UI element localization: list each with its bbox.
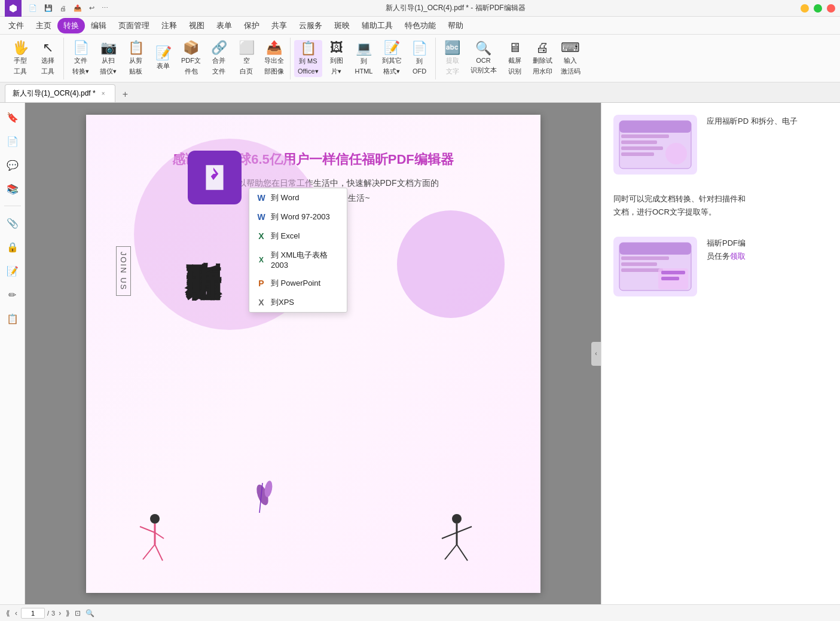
merge-btn[interactable]: 🔗 合并 文件 [206, 40, 232, 77]
hand-tool-btn[interactable]: 🖐 手型 工具 [7, 40, 33, 77]
sidebar-lock-btn[interactable]: 🔒 [3, 237, 22, 256]
menu-file[interactable]: 文件 [2, 18, 30, 33]
menu-comment[interactable]: 注释 [155, 18, 183, 33]
save-btn[interactable]: 💾 [42, 3, 55, 13]
to-html-btn[interactable]: 💻 到 HTML [351, 40, 377, 77]
first-page-btn[interactable]: ⟪ [5, 609, 11, 617]
menu-page[interactable]: 页面管理 [112, 18, 155, 33]
to-image-btn[interactable]: 🖼 到图 片▾ [323, 40, 350, 77]
decorative-circle-small [397, 210, 505, 318]
to-office-btn[interactable]: 📋 到 MS Office▾ [294, 40, 322, 77]
sidebar-layers-btn[interactable]: 📚 [3, 179, 22, 198]
to-other-btn[interactable]: 📝 到其它 格式▾ [378, 40, 405, 77]
menu-form[interactable]: 表单 [210, 18, 238, 33]
tab-label: 新人引导(1)_OCR(4).pdf * [13, 88, 96, 99]
tool-group-export: 📋 到 MS Office▾ 🖼 到图 片▾ 💻 到 HTML 📝 到其它 格式… [292, 38, 436, 79]
svg-point-0 [150, 514, 160, 524]
more-btn[interactable]: ⋯ [99, 3, 111, 13]
content-area: JOIN US 欢迎来到福昕 [25, 103, 601, 604]
svg-line-5 [155, 544, 163, 561]
to-word-item[interactable]: W 到 Word [249, 188, 347, 207]
new-tab-btn[interactable]: + [118, 87, 133, 102]
feature-text-1: 应用福昕PD 和拆分、电子 [707, 115, 798, 128]
form-btn[interactable]: 📝 表单 [150, 40, 176, 77]
feature-text-3: 福昕PDF编员任务领取 [707, 237, 746, 263]
pdf-package-btn[interactable]: 📦 PDF文 件包 [178, 40, 204, 77]
prev-page-btn[interactable]: ‹ [14, 609, 19, 617]
clipboard-btn[interactable]: 📋 从剪 贴板 [123, 40, 149, 77]
menu-help[interactable]: 帮助 [442, 18, 469, 33]
undo-btn[interactable]: ↩ [87, 3, 97, 13]
menu-share[interactable]: 共享 [265, 18, 293, 33]
blank-page-btn[interactable]: ⬜ 空 白页 [233, 40, 259, 77]
scan-icon: 📷 [100, 41, 117, 54]
menu-tool[interactable]: 辅助工具 [356, 18, 399, 33]
sidebar-divider [4, 206, 21, 206]
to-xps-item[interactable]: X 到XPS [249, 293, 347, 312]
activate-btn[interactable]: ⌨ 输入 激活码 [557, 40, 584, 77]
sidebar-bookmark-btn[interactable]: 🔖 [3, 108, 22, 127]
export-icon: 📤 [266, 41, 282, 54]
to-excel-item[interactable]: X 到 Excel [249, 227, 347, 246]
office-icon: 📋 [300, 42, 316, 55]
status-bar: ⟪ ‹ / 3 › ⟫ ⊡ 🔍 [0, 604, 840, 621]
screen-capture-btn[interactable]: 🖥 截屏 识别 [502, 40, 528, 77]
page-input[interactable] [21, 608, 45, 619]
print-btn[interactable]: 🖨 [57, 4, 69, 13]
tab-close-btn[interactable]: × [99, 90, 108, 98]
extract-icon: 🔤 [444, 41, 460, 54]
ocr-recognize-btn[interactable]: 🔍 OCR 识别文本 [467, 40, 500, 77]
maximize-btn[interactable] [814, 4, 822, 13]
image-icon: 🖼 [330, 41, 343, 54]
remove-watermark-btn[interactable]: 🖨 删除试 用水印 [529, 40, 556, 77]
menu-view[interactable]: 视图 [183, 18, 210, 33]
close-btn[interactable] [827, 4, 835, 13]
to-xml-item[interactable]: X 到 XML电子表格2003 [249, 246, 347, 274]
sidebar-pages-btn[interactable]: 📄 [3, 131, 22, 151]
feature-illustration-3 [613, 237, 697, 296]
watermark-icon: 🖨 [536, 41, 549, 54]
menu-convert[interactable]: 转换 [57, 18, 85, 33]
svg-rect-26 [621, 268, 663, 272]
to-ppt-item[interactable]: P 到 PowerPoint [249, 274, 347, 293]
title-bar-tools: 📄 💾 🖨 📤 ↩ ⋯ [26, 3, 111, 13]
scan-btn[interactable]: 📷 从扫 描仪▾ [95, 40, 121, 77]
toolbar: 🖐 手型 工具 ↖ 选择 工具 📄 文件 转换▾ 📷 从扫 描仪▾ 📋 从剪 贴… [0, 35, 840, 82]
export-btn[interactable]: 📤 [71, 3, 84, 13]
to-ofd-btn[interactable]: 📄 到 OFD [407, 40, 433, 77]
sidebar-comments-btn[interactable]: 💬 [3, 155, 22, 175]
fit-page-btn[interactable]: ⊡ [74, 609, 82, 617]
pdf-viewer[interactable]: JOIN US 欢迎来到福昕 [25, 103, 601, 604]
screen-icon: 🖥 [508, 41, 521, 54]
task-link[interactable]: 领取 [730, 252, 746, 261]
file-convert-btn[interactable]: 📄 文件 转换▾ [68, 40, 94, 77]
sidebar-attach-btn[interactable]: 📎 [3, 213, 22, 233]
menu-edit[interactable]: 编辑 [85, 18, 112, 33]
file-convert-icon: 📄 [73, 41, 89, 54]
collapse-panel-btn[interactable]: ‹ [591, 342, 601, 366]
export-image-btn[interactable]: 📤 导出全 部图像 [261, 40, 288, 77]
svg-rect-19 [621, 146, 663, 150]
menu-cloud[interactable]: 云服务 [293, 18, 328, 33]
select-tool-btn[interactable]: ↖ 选择 工具 [35, 40, 61, 77]
menu-reflect[interactable]: 斑映 [328, 18, 356, 33]
sidebar-sign-btn[interactable]: 📝 [3, 261, 22, 280]
total-pages: 3 [51, 610, 55, 617]
to-word-97-item[interactable]: W 到 Word 97-2003 [249, 207, 347, 227]
zoom-btn[interactable]: 🔍 [84, 609, 96, 617]
sidebar-stamp-btn[interactable]: 📋 [3, 309, 22, 328]
next-page-btn[interactable]: › [57, 609, 62, 617]
menu-special[interactable]: 特色功能 [399, 18, 442, 33]
sidebar-edit-btn[interactable]: ✏ [3, 285, 22, 304]
ppt-icon: P [256, 279, 266, 288]
minimize-btn[interactable] [801, 4, 809, 13]
to-xps-label: 到XPS [271, 297, 294, 308]
last-page-btn[interactable]: ⟫ [65, 609, 71, 617]
document-tab[interactable]: 新人引导(1)_OCR(4).pdf * × [5, 84, 115, 102]
svg-line-3 [155, 533, 164, 539]
new-file-btn[interactable]: 📄 [26, 3, 39, 13]
pdf-logo-area [188, 151, 242, 204]
page-separator: / [47, 610, 49, 617]
menu-home[interactable]: 主页 [30, 18, 57, 33]
menu-protect[interactable]: 保护 [238, 18, 265, 33]
